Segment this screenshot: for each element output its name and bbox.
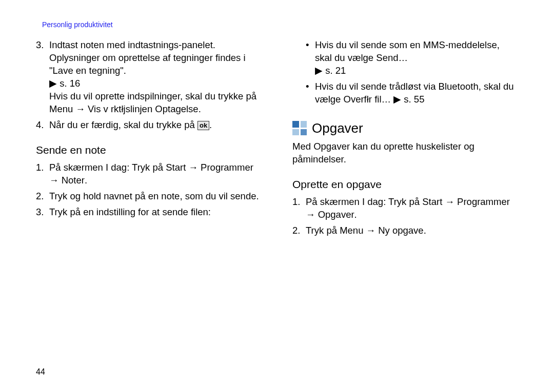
text: Tryk på en indstilling for at sende file… <box>49 207 211 217</box>
list-number: 3. <box>36 39 49 116</box>
list-number: 2. <box>36 190 49 203</box>
list-item: 3. Tryk på en indstilling for at sende f… <box>36 206 262 219</box>
page: Personlig produktivitet 3. Indtast noten… <box>0 0 554 392</box>
text: Oplysninger om oprettelse af tegninger f… <box>49 52 246 76</box>
text: . <box>424 225 426 236</box>
ui-label: Noter <box>62 175 85 185</box>
ui-label: Ny opgave <box>378 225 423 236</box>
list-body: Indtast noten med indtastnings-panelet. … <box>49 39 262 116</box>
text: Hvis du vil oprette indspilninger, skal … <box>49 91 256 101</box>
arrow-icon: → <box>49 175 62 185</box>
ui-label: Start <box>422 196 442 207</box>
subheading: Sende en note <box>36 143 262 157</box>
arrow-icon: → <box>442 196 457 207</box>
text: Tryk på <box>306 225 340 236</box>
text: På skærmen I dag: Tryk på <box>49 162 166 173</box>
list-number: 4. <box>36 119 49 132</box>
list-number: 1. <box>36 161 49 187</box>
text: . <box>354 209 357 220</box>
ui-label: Vis v rktłjslinjen Optagelse <box>88 104 199 114</box>
list-item: 2. Tryk og hold navnet på en note, som d… <box>36 190 262 203</box>
arrow-icon: → <box>306 209 318 220</box>
bullet-item: • Hvis du vil sende trådløst via Bluetoo… <box>292 80 518 106</box>
ui-label: Overfłr fil… <box>344 94 391 105</box>
ui-label: Programmer <box>201 162 253 173</box>
ui-label: Menu <box>49 104 73 114</box>
ui-label: Opgaver <box>318 209 354 220</box>
arrow-icon: → <box>73 104 88 114</box>
list-body: På skærmen I dag: Tryk på Start → Progra… <box>306 196 518 221</box>
xref-page: s. 16 <box>57 78 80 89</box>
xref-page: s. 55 <box>401 94 424 105</box>
windows-squares-icon <box>292 121 307 135</box>
arrow-icon: → <box>186 162 201 173</box>
list-item: 2. Tryk på Menu → Ny opgave. <box>292 224 518 237</box>
list-item: 1. På skærmen I dag: Tryk på Start → Pro… <box>36 161 262 187</box>
list-item: 4. Når du er færdig, skal du trykke på o… <box>36 119 262 132</box>
xref-page: s. 21 <box>323 65 346 76</box>
left-column: 3. Indtast noten med indtastnings-panele… <box>36 37 262 240</box>
ok-icon: ok <box>197 121 209 130</box>
text: Når du er færdig, skal du trykke på <box>49 119 197 130</box>
text: På skærmen I dag: Tryk på <box>306 196 422 207</box>
xref-arrow-icon: ▶ <box>315 65 323 76</box>
list-number: 2. <box>292 224 306 237</box>
text: . <box>85 175 87 185</box>
text: Tryk og hold navnet på en note, som du v… <box>49 191 259 201</box>
list-item: 1. På skærmen I dag: Tryk på Start → Pro… <box>292 196 518 221</box>
ui-label: Programmer <box>457 196 510 207</box>
ui-label: Start <box>166 162 186 173</box>
section-heading-row: Opgaver <box>292 119 518 137</box>
bullet-item: • Hvis du vil sende som en MMS-meddelels… <box>292 39 518 77</box>
xref-arrow-icon: ▶ <box>49 78 57 89</box>
ui-label: Menu <box>340 225 363 236</box>
list-body: Tryk og hold navnet på en note, som du v… <box>49 190 262 203</box>
list-body: Når du er færdig, skal du trykke på ok. <box>49 119 262 132</box>
text: . <box>209 119 212 130</box>
bullet-body: Hvis du vil sende trådløst via Bluetooth… <box>315 80 518 106</box>
subheading: Oprette en opgave <box>292 177 518 192</box>
two-column-layout: 3. Indtast noten med indtastnings-panele… <box>36 37 518 240</box>
section-intro: Med Opgaver kan du oprette huskelister o… <box>292 140 518 166</box>
bullet-icon: • <box>306 39 315 77</box>
section-title: Opgaver <box>312 119 363 137</box>
ui-label: Send… <box>376 52 408 63</box>
list-number: 1. <box>292 196 306 221</box>
list-body: Tryk på en indstilling for at sende file… <box>49 206 262 219</box>
list-number: 3. <box>36 206 49 219</box>
text: . <box>199 104 201 114</box>
list-body: Tryk på Menu → Ny opgave. <box>306 224 518 237</box>
page-number: 44 <box>36 367 45 377</box>
text: Indtast noten med indtastnings-panelet. <box>49 39 215 50</box>
list-item: 3. Indtast noten med indtastnings-panele… <box>36 39 262 116</box>
bullet-body: Hvis du vil sende som en MMS-meddelelse,… <box>315 39 518 77</box>
xref-arrow-icon: ▶ <box>391 94 401 105</box>
bullet-icon: • <box>306 80 315 106</box>
right-column: • Hvis du vil sende som en MMS-meddelels… <box>292 37 518 240</box>
arrow-icon: → <box>363 225 378 236</box>
running-header: Personlig produktivitet <box>42 20 518 29</box>
list-body: På skærmen I dag: Tryk på Start → Progra… <box>49 161 262 187</box>
